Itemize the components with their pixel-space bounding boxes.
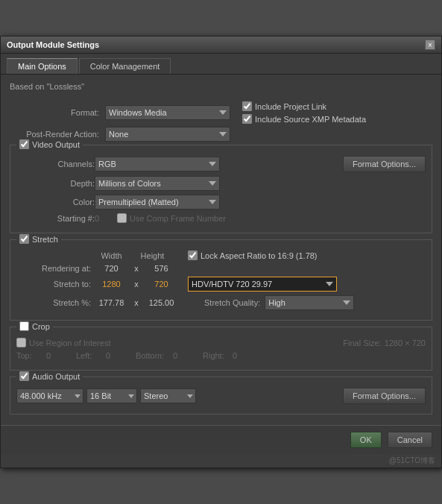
crop-values-row: Top: 0 Left: 0 Bottom: 0 Right: 0 xyxy=(16,351,426,360)
color-row: Color: Premultiplied (Matted) xyxy=(16,195,426,210)
rendering-at-label: Rendering at: xyxy=(16,264,91,273)
use-comp-frame-row: Use Comp Frame Number xyxy=(117,213,226,223)
final-size-label: Final Size: xyxy=(343,338,381,347)
stretch-pct-row: Stretch %: 177.78 x 125.00 Stretch Quali… xyxy=(16,295,426,310)
stretch-section: Stretch Width Height Lock Aspect Ratio t… xyxy=(10,239,432,321)
lock-aspect-ratio-checkbox[interactable] xyxy=(188,251,198,260)
left-label: Left: xyxy=(76,351,106,360)
audio-controls-row: 48.000 kHz 16 Bit Stereo Format Options.… xyxy=(16,388,426,404)
ok-button[interactable]: OK xyxy=(350,432,382,448)
crop-checkbox[interactable] xyxy=(19,321,29,331)
bit-depth-select[interactable]: 16 Bit xyxy=(86,388,137,403)
include-source-xmp-label: Include Source XMP Metadata xyxy=(255,115,366,124)
format-select[interactable]: Windows Media xyxy=(105,105,230,120)
use-comp-frame-checkbox[interactable] xyxy=(117,213,127,223)
use-comp-frame-label: Use Comp Frame Number xyxy=(130,214,226,223)
cancel-button[interactable]: Cancel xyxy=(388,432,432,448)
depth-label: Depth: xyxy=(16,179,95,188)
stretch-checkbox[interactable] xyxy=(19,234,29,244)
right-value: 0 xyxy=(233,351,247,360)
top-value: 0 xyxy=(46,351,61,360)
tabs-container: Main Options Color Management xyxy=(1,54,441,75)
stretch-pct-x: x xyxy=(132,298,141,307)
rendering-width: 720 xyxy=(91,264,132,273)
use-roi-label: Use Region of Interest xyxy=(29,338,110,347)
title-bar: Output Module Settings × xyxy=(1,37,441,54)
post-render-label: Post-Render Action: xyxy=(10,130,99,139)
rendering-x1: x xyxy=(132,264,141,273)
stretch-to-x: x xyxy=(132,280,141,289)
stretch-to-width: 1280 xyxy=(91,280,132,289)
channels-select[interactable]: RGB xyxy=(95,157,220,171)
close-button[interactable]: × xyxy=(425,40,435,50)
bottom-value: 0 xyxy=(173,351,188,360)
include-source-xmp-checkbox[interactable] xyxy=(242,114,252,124)
watermark: @51CTO博客 xyxy=(1,454,441,467)
post-render-select[interactable]: None xyxy=(105,127,230,142)
crop-options-row: Use Region of Interest Final Size: 1280 … xyxy=(16,338,426,347)
use-roi-row: Use Region of Interest xyxy=(16,338,110,347)
crop-section: Crop Use Region of Interest Final Size: … xyxy=(10,327,432,371)
width-header: Width xyxy=(91,251,132,260)
dialog-footer: OK Cancel xyxy=(1,425,441,454)
rendering-at-row: Rendering at: 720 x 576 xyxy=(16,264,426,273)
format-label: Format: xyxy=(10,108,99,117)
lock-aspect-ratio-label: Lock Aspect Ratio to 16:9 (1.78) xyxy=(201,251,318,260)
audio-output-section: Audio Output 48.000 kHz 16 Bit Stereo Fo… xyxy=(10,377,432,415)
stretch-header-row: Width Height Lock Aspect Ratio to 16:9 (… xyxy=(16,251,426,260)
crop-title: Crop xyxy=(16,321,53,331)
starting-hash-label: Starting #: xyxy=(16,214,95,223)
format-options-video-btn[interactable]: Format Options... xyxy=(343,156,426,172)
stretch-to-height: 720 xyxy=(141,280,182,289)
main-content: Based on "Lossless" Format: Windows Medi… xyxy=(1,75,441,425)
dialog-window: Output Module Settings × Main Options Co… xyxy=(0,36,442,468)
depth-select[interactable]: Millions of Colors xyxy=(95,176,220,191)
right-label: Right: xyxy=(203,351,233,360)
use-roi-checkbox[interactable] xyxy=(16,338,26,347)
format-options-audio-btn[interactable]: Format Options... xyxy=(343,388,426,404)
tab-color-management[interactable]: Color Management xyxy=(79,58,171,74)
stretch-quality-select[interactable]: High Medium Low xyxy=(265,295,354,310)
include-source-xmp-row: Include Source XMP Metadata xyxy=(242,114,366,124)
video-output-title: Video Output xyxy=(16,139,83,149)
based-on-label: Based on "Lossless" xyxy=(10,82,84,91)
left-value: 0 xyxy=(106,351,121,360)
stretch-pct-height: 125.00 xyxy=(141,298,182,307)
top-right-checkboxes: Include Project Link Include Source XMP … xyxy=(242,101,366,124)
stretch-pct-label: Stretch %: xyxy=(16,298,91,307)
depth-row: Depth: Millions of Colors xyxy=(16,176,426,191)
tab-main-options[interactable]: Main Options xyxy=(7,58,78,74)
video-output-checkbox[interactable] xyxy=(19,139,29,149)
stretch-preset-select[interactable]: HDV/HDTV 720 29.97 xyxy=(188,277,337,292)
channels-label: Channels: xyxy=(16,160,95,168)
bottom-label: Bottom: xyxy=(136,351,173,360)
stretch-to-label: Stretch to: xyxy=(16,280,91,289)
starting-hash-value: 0 xyxy=(95,214,117,223)
final-size-value: 1280 × 720 xyxy=(385,338,426,347)
audio-selects: 48.000 kHz 16 Bit Stereo xyxy=(16,388,196,403)
stretch-title: Stretch xyxy=(16,234,61,244)
stretch-to-row: Stretch to: 1280 x 720 HDV/HDTV 720 29.9… xyxy=(16,277,426,292)
channels-row: Channels: RGB Format Options... xyxy=(16,156,426,172)
color-label: Color: xyxy=(16,198,95,207)
channels-select-audio[interactable]: Stereo xyxy=(140,388,196,403)
include-project-link-row: Include Project Link xyxy=(242,101,366,111)
starting-hash-row: Starting #: 0 Use Comp Frame Number xyxy=(16,213,426,223)
dialog-title: Output Module Settings xyxy=(7,40,99,49)
include-project-link-checkbox[interactable] xyxy=(242,101,252,111)
based-on-row: Based on "Lossless" xyxy=(10,82,432,95)
sample-rate-select[interactable]: 48.000 kHz xyxy=(16,388,83,403)
video-output-section: Video Output Channels: RGB Format Option… xyxy=(10,145,432,233)
lock-aspect-ratio-row: Lock Aspect Ratio to 16:9 (1.78) xyxy=(188,251,318,260)
include-project-link-label: Include Project Link xyxy=(255,102,326,111)
format-row: Format: Windows Media Include Project Li… xyxy=(10,101,432,124)
stretch-pct-width: 177.78 xyxy=(91,298,132,307)
audio-output-title: Audio Output xyxy=(16,371,83,381)
color-select[interactable]: Premultiplied (Matted) xyxy=(95,195,220,210)
audio-output-checkbox[interactable] xyxy=(19,371,29,381)
top-label: Top: xyxy=(16,351,46,360)
stretch-quality-label: Stretch Quality: xyxy=(204,298,260,307)
height-header: Height xyxy=(132,251,173,260)
rendering-height: 576 xyxy=(141,264,182,273)
